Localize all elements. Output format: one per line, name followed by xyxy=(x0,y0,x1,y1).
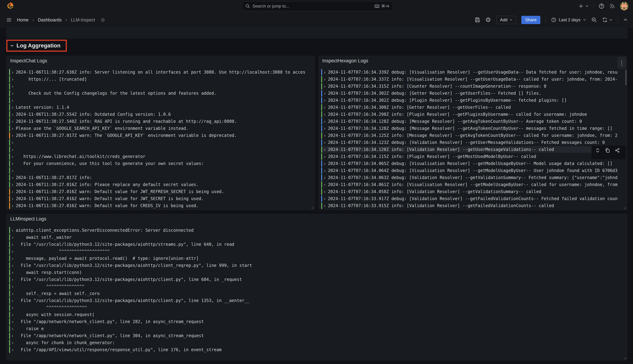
expand-log-row-icon[interactable]: › xyxy=(10,234,16,240)
expand-log-row-icon[interactable]: › xyxy=(10,340,16,346)
log-row[interactable]: › File "/usr/local/lib/python3.12/site-p… xyxy=(9,276,625,283)
expand-log-row-icon[interactable]: › xyxy=(322,90,328,96)
expand-log-row-icon[interactable]: › xyxy=(10,202,16,209)
expand-log-row-icon[interactable]: › xyxy=(10,318,16,325)
copy-log-line-icon[interactable] xyxy=(605,148,610,153)
panel-resize-handle[interactable] xyxy=(622,205,626,209)
expand-log-row-icon[interactable]: › xyxy=(322,139,328,146)
zoom-out-time-icon[interactable] xyxy=(591,17,597,23)
expand-log-row-icon[interactable]: › xyxy=(10,332,16,339)
expand-log-row-icon[interactable]: › xyxy=(322,196,328,202)
expand-log-row-icon[interactable]: › xyxy=(10,227,16,234)
expand-log-row-icon[interactable]: › xyxy=(10,312,16,318)
share-log-line-icon[interactable] xyxy=(615,148,620,153)
log-row[interactable]: ›2024-11-07T07:16:34.061Z info: [Visuali… xyxy=(321,182,625,188)
save-dashboard-icon[interactable] xyxy=(474,17,480,23)
expand-log-row-icon[interactable]: › xyxy=(322,104,328,110)
log-row[interactable]: › async for chunk in chunk_generator: xyxy=(9,340,625,346)
log-row[interactable]: ›2024-11-06T11:38:27.554Z info: Outdated… xyxy=(9,111,313,118)
log-row[interactable]: ›2024-11-07T07:16:34.128Z debug: [Messag… xyxy=(321,118,625,124)
log-row[interactable]: ›Latest version: 1.1.4 xyxy=(9,104,313,110)
share-button[interactable]: Share xyxy=(521,16,540,24)
log-row[interactable]: ›2024-11-06T11:38:27.016Z warn: Default … xyxy=(9,202,313,209)
expand-log-row-icon[interactable]: › xyxy=(322,160,328,167)
log-row[interactable]: › Check out the Config changelogs for th… xyxy=(9,90,313,96)
log-row[interactable]: › await resp.start(conn) xyxy=(9,269,625,276)
log-row[interactable]: ›Please use the `GOOGLE_SEARCH_API_KEY` … xyxy=(9,125,313,132)
log-row[interactable]: › ^^^^^^^^^^^^^^^^^^^^ xyxy=(9,248,625,254)
expand-log-row-icon[interactable]: › xyxy=(322,83,328,90)
panel-menu-button[interactable]: ⋮ xyxy=(617,57,626,69)
log-row[interactable]: › File "/app/API/views/util/response/res… xyxy=(9,346,625,353)
log-row[interactable]: › ^^^^^^^^^^^^^^^^ xyxy=(9,304,625,311)
expand-log-row-icon[interactable]: › xyxy=(10,153,16,160)
log-row[interactable]: ›2024-11-07T07:16:34.058Z info: [Validat… xyxy=(321,188,625,195)
expand-log-row-icon[interactable]: › xyxy=(322,182,328,188)
expand-log-row-icon[interactable]: › xyxy=(10,132,16,138)
news-rss-icon[interactable] xyxy=(609,3,615,9)
log-row[interactable]: ›2024-11-07T07:16:34.315Z info: [Counter… xyxy=(321,83,625,90)
menu-icon[interactable] xyxy=(6,17,12,22)
expand-log-row-icon[interactable]: › xyxy=(10,111,16,118)
expand-log-row-icon[interactable]: › xyxy=(10,196,16,202)
log-row[interactable]: › ^^^^^^^^^^^^^^^ xyxy=(9,283,625,290)
log-row[interactable]: ›aiohttp.client_exceptions.ServerDisconn… xyxy=(9,227,625,234)
expand-log-row-icon[interactable]: › xyxy=(10,255,16,262)
log-row[interactable]: ›2024-11-06T11:38:27.017Z warn: The `GOO… xyxy=(9,132,313,138)
expand-log-row-icon[interactable]: › xyxy=(10,346,16,353)
user-avatar[interactable] xyxy=(620,2,628,10)
panel-scrollbar[interactable] xyxy=(625,70,627,85)
log-row[interactable]: ›2024-11-07T07:16:34.115Z info: [Plugin … xyxy=(321,153,625,160)
log-row[interactable]: ›2024-11-07T07:16:34.064Z debug: [Visual… xyxy=(321,168,625,174)
panel-title[interactable]: InspectHexagon Logs xyxy=(322,58,368,64)
expand-log-row-icon[interactable]: › xyxy=(10,188,16,195)
panel-resize-handle[interactable] xyxy=(310,205,314,209)
log-row[interactable]: ›2024-11-07T07:16:34.120Z info: [Validat… xyxy=(321,146,625,153)
expand-log-row-icon[interactable]: › xyxy=(10,174,16,181)
log-row[interactable]: ›2024-11-07T07:16:34.339Z debug: [Visual… xyxy=(321,69,625,75)
expand-log-row-icon[interactable]: › xyxy=(322,118,328,124)
log-row[interactable]: › For your convenience, use this tool to… xyxy=(9,160,313,167)
expand-log-row-icon[interactable]: › xyxy=(10,118,16,124)
expand-log-row-icon[interactable]: › xyxy=(322,168,328,174)
log-row[interactable]: › self._resp = await self._coro xyxy=(9,290,625,297)
log-row[interactable]: ›2024-11-06T11:38:27.016Z info: Please r… xyxy=(9,182,313,188)
expand-log-row-icon[interactable]: › xyxy=(10,90,16,96)
panel-resize-handle[interactable] xyxy=(622,356,626,360)
log-row[interactable]: › async with session.request( xyxy=(9,312,625,318)
log-row[interactable]: ›2024-11-07T07:16:34.123Z debug: [Valida… xyxy=(321,139,625,146)
panel-title[interactable]: LLMInspect Logs xyxy=(10,216,47,222)
expand-log-row-icon[interactable]: › xyxy=(10,241,16,248)
expand-log-row-icon[interactable]: › xyxy=(10,304,16,311)
log-row[interactable]: › File "/usr/local/lib/python3.12/site-p… xyxy=(9,241,625,248)
scroll-to-row-icon[interactable] xyxy=(595,148,600,153)
log-row[interactable]: › xyxy=(9,168,313,174)
search-input[interactable]: Search or jump to... ⌘+k xyxy=(242,2,393,11)
expand-log-row-icon[interactable]: › xyxy=(10,160,16,167)
expand-log-row-icon[interactable]: › xyxy=(10,298,16,304)
log-row[interactable]: ›2024-11-07T07:16:33.915Z info: [Validat… xyxy=(321,202,625,209)
expand-log-row-icon[interactable]: › xyxy=(10,290,16,297)
log-row[interactable]: ›2024-11-07T07:16:34.302Z debug: [Plugin… xyxy=(321,97,625,104)
new-dropdown-button[interactable] xyxy=(578,4,588,9)
collapse-toolbar-caret-icon[interactable] xyxy=(623,18,628,22)
breadcrumb-dashboards[interactable]: Dashboards xyxy=(38,18,62,22)
time-range-picker[interactable]: Last 2 days xyxy=(551,17,586,22)
expand-log-row-icon[interactable]: › xyxy=(10,139,16,146)
expand-log-row-icon[interactable]: › xyxy=(322,69,328,75)
log-row[interactable]: ›2024-11-06T11:38:27.540Z info: RAG API … xyxy=(9,118,313,124)
log-row[interactable]: ›2024-11-07T07:16:34.300Z info: [Getter … xyxy=(321,104,625,110)
collapse-row-chevron-icon[interactable] xyxy=(10,44,14,48)
panel-title[interactable]: InspectChat Logs xyxy=(10,58,47,64)
expand-log-row-icon[interactable]: › xyxy=(10,269,16,276)
expand-log-row-icon[interactable]: › xyxy=(10,97,16,104)
log-row[interactable]: › xyxy=(9,83,313,90)
expand-log-row-icon[interactable]: › xyxy=(322,125,328,132)
expand-log-row-icon[interactable]: › xyxy=(10,283,16,290)
favorite-star-icon[interactable]: ☆ xyxy=(100,17,105,23)
log-row[interactable]: ›2024-11-07T07:16:34.065Z debug: [Visual… xyxy=(321,160,625,167)
add-button[interactable]: Add xyxy=(496,16,516,24)
grafana-logo-icon[interactable] xyxy=(6,2,15,10)
log-row[interactable]: › raise e xyxy=(9,326,625,332)
expand-log-row-icon[interactable]: › xyxy=(10,168,16,174)
